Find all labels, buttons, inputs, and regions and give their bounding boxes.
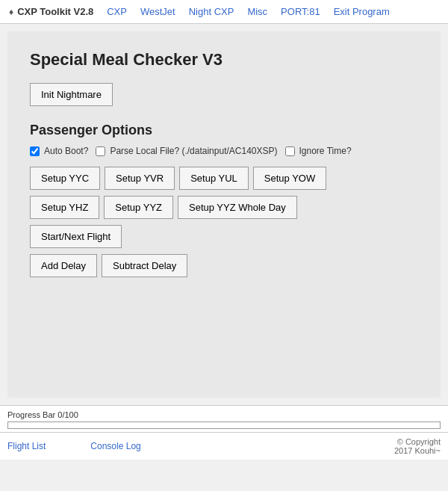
navbar: ♦ CXP Toolkit V2.8 CXP WestJet Night CXP… <box>0 0 448 24</box>
parse-local-checkbox[interactable] <box>96 146 105 156</box>
progress-section: Progress Bar 0/100 <box>0 405 448 432</box>
footer-copyright: © Copyright 2017 Kouhi~ <box>394 437 441 455</box>
btn-setup-yyz[interactable]: Setup YYZ <box>104 196 173 219</box>
progress-value-text: 0/100 <box>57 410 78 419</box>
button-row-4: Add Delay Subtract Delay <box>30 254 418 277</box>
copyright-line2: 2017 Kouhi~ <box>394 446 441 455</box>
btn-start-next-flight[interactable]: Start/Next Flight <box>30 225 122 248</box>
auto-boot-label: Auto Boot? <box>44 146 88 156</box>
parse-local-label: Parse Local File? (./datainput/AC140XSP) <box>110 146 277 156</box>
btn-subtract-delay[interactable]: Subtract Delay <box>102 254 187 277</box>
auto-boot-checkbox[interactable] <box>30 146 40 156</box>
nav-cxp[interactable]: CXP <box>107 6 127 17</box>
button-row-1: Setup YYC Setup YVR Setup YUL Setup YOW <box>30 167 418 190</box>
options-row: Auto Boot? Parse Local File? (./datainpu… <box>30 146 418 156</box>
button-row-2: Setup YHZ Setup YYZ Setup YYZ Whole Day <box>30 196 418 219</box>
btn-setup-yyc[interactable]: Setup YYC <box>30 167 100 190</box>
passenger-options-title: Passenger Options <box>30 123 418 138</box>
nav-night-cxp[interactable]: Night CXP <box>189 6 234 17</box>
btn-add-delay[interactable]: Add Delay <box>30 254 97 277</box>
navbar-brand: ♦ CXP Toolkit V2.8 <box>9 6 93 17</box>
footer-console-log[interactable]: Console Log <box>90 441 140 451</box>
nav-exit[interactable]: Exit Program <box>334 6 390 17</box>
nav-westjet[interactable]: WestJet <box>140 6 175 17</box>
btn-setup-yow[interactable]: Setup YOW <box>253 167 326 190</box>
button-row-3: Start/Next Flight <box>30 225 418 248</box>
progress-label: Progress Bar 0/100 <box>7 410 441 419</box>
footer: Flight List Console Log © Copyright 2017… <box>0 432 448 460</box>
nav-misc[interactable]: Misc <box>247 6 267 17</box>
navbar-title: CXP Toolkit V2.8 <box>17 6 93 17</box>
progress-bar-label: Progress Bar <box>7 410 55 419</box>
ignore-time-label: Ignore Time? <box>299 146 352 156</box>
ignore-time-checkbox[interactable] <box>285 146 295 156</box>
page-title: Special Meal Checker V3 <box>30 50 418 70</box>
progress-bar-container <box>7 421 441 429</box>
btn-setup-yvr[interactable]: Setup YVR <box>105 167 175 190</box>
copyright-line1: © Copyright <box>397 437 441 446</box>
nav-port[interactable]: PORT:81 <box>281 6 320 17</box>
footer-left: Flight List Console Log <box>7 441 141 451</box>
diamond-icon: ♦ <box>9 7 13 17</box>
btn-setup-yyz-whole-day[interactable]: Setup YYZ Whole Day <box>178 196 297 219</box>
init-nightmare-button[interactable]: Init Nightmare <box>30 83 113 106</box>
main-content: Special Meal Checker V3 Init Nightmare P… <box>7 31 441 398</box>
btn-setup-yul[interactable]: Setup YUL <box>179 167 249 190</box>
footer-flight-list[interactable]: Flight List <box>7 441 46 451</box>
btn-setup-yhz[interactable]: Setup YHZ <box>30 196 99 219</box>
